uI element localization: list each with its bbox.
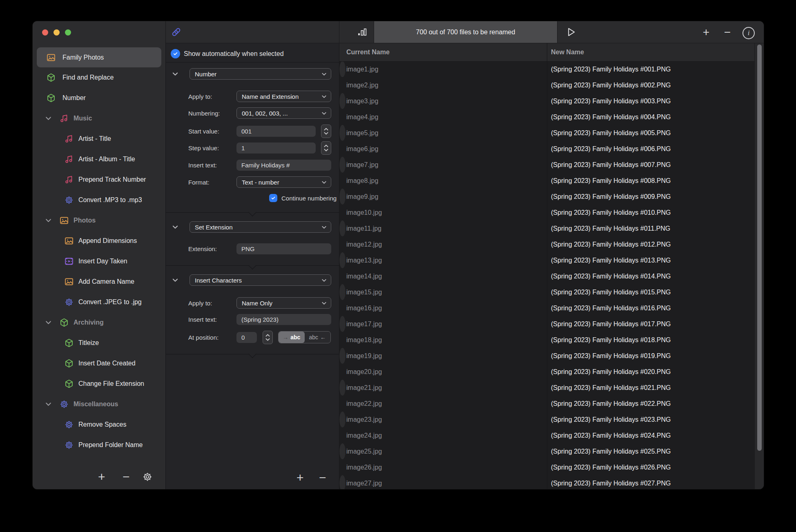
bar-chart-icon[interactable] [357,27,367,37]
sidebar-item-archiving[interactable]: Archiving [33,312,165,333]
sidebar-item-change-file-extension[interactable]: Change File Extension [33,374,165,394]
extension-field[interactable]: PNG [236,243,331,254]
sidebar-item-label: Music [74,115,92,122]
run-rename-button[interactable] [566,27,576,37]
table-row[interactable]: image19.jpg(Spring 2023) Family Holidays… [339,348,346,364]
sidebar-item-artist-title[interactable]: Artist - Title [33,129,165,149]
table-row[interactable]: image6.jpg(Spring 2023) Family Holidays … [339,141,764,157]
table-row[interactable]: image5.jpg(Spring 2023) Family Holidays … [339,125,346,141]
table-row[interactable]: image16.jpg(Spring 2023) Family Holidays… [339,300,764,316]
continue-numbering-checkbox[interactable] [269,194,277,202]
chevron-down-icon[interactable] [172,223,179,231]
info-button[interactable]: i [742,27,755,39]
table-row[interactable]: image24.jpg(Spring 2023) Family Holidays… [339,427,764,443]
sidebar-item-miscellaneous[interactable]: Miscellaneous [33,394,165,414]
sidebar-item-prepend-track-number[interactable]: Prepend Track Number [33,169,165,190]
sidebar-item-convert-jpeg-to-jpg[interactable]: Convert .JPEG to .jpg [33,292,165,312]
from-start-segment[interactable]: → abc [279,332,305,343]
chevron-down-icon[interactable] [45,217,52,224]
remove-preset-button[interactable]: − [123,470,130,484]
table-row[interactable]: image13.jpg(Spring 2023) Family Holidays… [339,252,346,268]
sidebar-item-music[interactable]: Music [33,108,165,129]
sidebar-item-photos[interactable]: Photos [33,210,165,231]
chevron-down-icon[interactable] [172,70,179,78]
table-row[interactable]: image14.jpg(Spring 2023) Family Holidays… [339,268,764,284]
chevron-down-icon[interactable] [45,115,52,122]
table-row[interactable]: image7.jpg(Spring 2023) Family Holidays … [339,157,346,173]
table-row[interactable]: image23.jpg(Spring 2023) Family Holidays… [339,412,346,427]
table-row[interactable]: image11.jpg(Spring 2023) Family Holidays… [339,220,346,236]
zoom-button[interactable] [65,29,71,36]
sidebar-item-add-camera-name[interactable]: Add Camera Name [33,272,165,292]
table-row[interactable]: image17.jpg(Spring 2023) Family Holidays… [339,316,346,332]
remove-files-button[interactable]: − [719,21,736,43]
insert-text-field[interactable]: (Spring 2023) [236,314,331,325]
new-name-cell: (Spring 2023) Family Holidays #017.PNG [551,321,671,328]
table-row[interactable]: image8.jpg(Spring 2023) Family Holidays … [339,173,764,189]
link-icon[interactable] [171,27,182,38]
table-row[interactable]: image21.jpg(Spring 2023) Family Holidays… [339,380,346,396]
add-preset-button[interactable]: + [98,470,105,484]
sidebar-item-number[interactable]: Number [33,88,165,108]
table-row[interactable]: image25.jpg(Spring 2023) Family Holidays… [339,443,346,459]
sidebar-item-convert-mp3-to-mp3[interactable]: Convert .MP3 to .mp3 [33,190,165,210]
table-row[interactable]: image20.jpg(Spring 2023) Family Holidays… [339,364,764,380]
apply-to-dropdown[interactable]: Name Only [236,297,331,309]
chevron-down-icon [321,300,327,306]
numbering-dropdown[interactable]: 001, 002, 003, ... [236,107,331,119]
start-value-stepper[interactable] [321,125,331,138]
new-name-cell: (Spring 2023) Family Holidays #010.PNG [551,209,671,216]
step-value-stepper[interactable] [321,141,331,155]
table-row[interactable]: image10.jpg(Spring 2023) Family Holidays… [339,205,764,220]
from-end-segment[interactable]: abc ← [305,332,331,343]
table-row[interactable]: image26.jpg(Spring 2023) Family Holidays… [339,459,764,475]
settings-gear-icon[interactable] [142,472,153,482]
add-action-button[interactable]: + [297,471,304,485]
sidebar-item-titleize[interactable]: Titleize [33,333,165,353]
sidebar-item-family-photos[interactable]: Family Photos [37,47,161,67]
table-row[interactable]: image18.jpg(Spring 2023) Family Holidays… [339,332,764,348]
remove-action-button[interactable]: − [319,471,326,485]
action-type-dropdown[interactable]: Set Extension [190,221,331,233]
table-row[interactable]: image27.jpg(Spring 2023) Family Holidays… [339,475,346,489]
new-name-cell: (Spring 2023) Family Holidays #004.PNG [551,114,671,121]
format-dropdown[interactable]: Text - number [236,176,331,188]
table-row[interactable]: image9.jpg(Spring 2023) Family Holidays … [339,189,346,205]
minimize-button[interactable] [54,29,60,36]
action-type-dropdown[interactable]: Insert Characters [190,274,331,286]
column-divider[interactable] [547,43,547,489]
close-button[interactable] [42,29,48,36]
sidebar-item-label: Artist - Album - Title [78,156,135,163]
start-value-field[interactable]: 001 [236,126,316,137]
sidebar-item-remove-spaces[interactable]: Remove Spaces [33,414,165,435]
column-header-current-name[interactable]: Current Name [346,49,390,56]
table-row[interactable]: image3.jpg(Spring 2023) Family Holidays … [339,93,346,109]
add-files-button[interactable]: + [698,21,714,43]
sidebar-item-prepend-folder-name[interactable]: Prepend Folder Name [33,435,165,455]
scrollbar-track[interactable] [754,43,764,489]
insert-text-field[interactable]: Family Holidays # [236,160,331,171]
table-row[interactable]: image12.jpg(Spring 2023) Family Holidays… [339,236,764,252]
sidebar-item-insert-day-taken[interactable]: Insert Day Taken [33,251,165,272]
table-row[interactable]: image4.jpg(Spring 2023) Family Holidays … [339,109,764,125]
table-row[interactable]: image22.jpg(Spring 2023) Family Holidays… [339,396,764,412]
sidebar-item-insert-date-created[interactable]: Insert Date Created [33,353,165,374]
show-automatically-checkbox[interactable] [171,49,180,58]
column-header-new-name[interactable]: New Name [551,49,584,56]
chevron-down-icon[interactable] [172,276,179,284]
sidebar-item-find-and-replace[interactable]: Find and Replace [33,67,165,88]
step-value-field[interactable]: 1 [236,142,316,154]
chevron-down-icon[interactable] [45,401,52,408]
sidebar-item-append-dimensions[interactable]: Append Dimensions [33,231,165,251]
apply-to-dropdown[interactable]: Name and Extension [236,91,331,102]
table-row[interactable]: image15.jpg(Spring 2023) Family Holidays… [339,284,346,300]
position-stepper[interactable] [263,331,273,344]
position-field[interactable]: 0 [236,332,257,343]
scrollbar-thumb[interactable] [757,45,762,451]
sidebar-item-artist-album-title[interactable]: Artist - Album - Title [33,149,165,169]
table-row[interactable]: image2.jpg(Spring 2023) Family Holidays … [339,77,764,93]
chevron-down-icon[interactable] [45,319,52,326]
action-type-dropdown[interactable]: Number [190,68,331,80]
table-rows: image1.jpg(Spring 2023) Family Holidays … [339,61,764,489]
table-row[interactable]: image1.jpg(Spring 2023) Family Holidays … [339,61,346,77]
